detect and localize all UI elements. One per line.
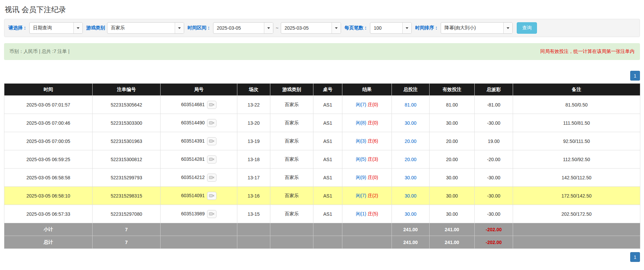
total-bet-link[interactable]: 30.00 (405, 120, 416, 126)
date-to-dropdown-button[interactable] (332, 23, 341, 33)
result-player: 闲(1) (356, 211, 366, 216)
page-1-button-bottom[interactable]: 1 (630, 252, 640, 262)
video-replay-icon[interactable] (207, 174, 216, 182)
round-id-text: 603514490 (181, 120, 205, 125)
page-size-combobox (370, 22, 412, 34)
sum-cell: -202.00 (475, 236, 513, 249)
game-type-label: 游戏类别 (86, 25, 105, 31)
date-from-input[interactable] (213, 23, 264, 33)
sum-cell (513, 236, 640, 249)
result-banker: 庄(0) (368, 102, 378, 107)
video-replay-icon[interactable] (207, 210, 216, 218)
sort-order-dropdown-button[interactable] (503, 23, 512, 33)
cell-bet-id: 522315303300 (93, 114, 161, 132)
cell-bet-id: 522315300812 (93, 150, 161, 169)
total-bet-link[interactable]: 81.00 (405, 102, 416, 108)
search-button[interactable]: 查询 (517, 22, 537, 34)
total-bet-link[interactable]: 30.00 (405, 211, 416, 217)
total-bet-link[interactable]: 30.00 (405, 175, 416, 180)
column-header: 结果 (342, 84, 392, 96)
cell-payout: -30.00 (475, 187, 513, 205)
round-id-text: 603514391 (181, 138, 205, 143)
cell-table-no: AS1 (313, 114, 342, 132)
date-from-dropdown-button[interactable] (264, 23, 273, 33)
cell-session: 13-18 (237, 150, 270, 169)
page-1-button-top[interactable]: 1 (630, 71, 640, 81)
cell-total-bet: 30.00 (392, 169, 430, 187)
cell-round-id: 603514212 (161, 169, 237, 187)
cell-game-type: 百家乐 (270, 169, 313, 187)
cell-payout: 19.00 (475, 132, 513, 150)
cell-time: 2025-03-05 06:58:58 (4, 169, 93, 187)
sum-cell (513, 223, 640, 236)
column-header: 局号 (161, 84, 237, 96)
cell-payout: -20.00 (475, 150, 513, 169)
game-type-dropdown-button[interactable] (175, 23, 184, 33)
page-size-input[interactable] (370, 23, 402, 33)
sum-cell: 241.00 (392, 236, 430, 249)
sum-cell (313, 223, 342, 236)
sum-cell: -202.00 (475, 223, 513, 236)
cell-remark: 111.50/81.50 (513, 114, 640, 132)
round-id-text: 603514681 (181, 101, 205, 107)
video-replay-icon[interactable] (207, 155, 216, 163)
cell-valid-bet: 30.00 (430, 205, 475, 223)
cell-result: 闲(1)庄(5) (342, 205, 392, 223)
cell-remark: 92.50/111.50 (513, 132, 640, 150)
sum-cell (270, 236, 313, 249)
cell-valid-bet: 30.00 (430, 114, 475, 132)
summary-notice: 同局有效投注，统一计算在该局第一张注单内 (540, 49, 635, 55)
game-type-input[interactable] (107, 23, 175, 33)
video-replay-icon[interactable] (207, 101, 216, 109)
cell-game-type: 百家乐 (270, 132, 313, 150)
round-id-text: 603513989 (181, 211, 205, 216)
select-type-label: 请选择： (8, 25, 27, 31)
cell-table-no: AS1 (313, 205, 342, 223)
cell-round-id: 603514681 (161, 96, 237, 114)
page-size-dropdown-button[interactable] (402, 23, 411, 33)
pagination-bottom: 1 (4, 252, 640, 262)
cell-time: 2025-03-05 07:00:05 (4, 132, 93, 150)
table-row: 2025-03-05 06:58:58 522315299793 6035142… (4, 169, 640, 187)
cell-result: 闲(9)庄(0) (342, 169, 392, 187)
cell-bet-id: 522315301963 (93, 132, 161, 150)
cell-valid-bet: 81.00 (430, 96, 475, 114)
video-replay-icon[interactable] (207, 137, 216, 145)
cell-result: 闲(8)庄(0) (342, 114, 392, 132)
date-to-input[interactable] (281, 23, 332, 33)
cell-payout: -81.00 (475, 96, 513, 114)
result-banker: 庄(0) (368, 120, 378, 125)
video-replay-icon[interactable] (207, 192, 216, 200)
cell-bet-id: 522315299793 (93, 169, 161, 187)
query-type-input[interactable] (30, 23, 73, 33)
cell-remark: 142.50/112.50 (513, 169, 640, 187)
sort-order-input[interactable] (441, 23, 503, 33)
cell-game-type: 百家乐 (270, 205, 313, 223)
round-id-text: 603514212 (181, 174, 205, 180)
result-banker: 庄(3) (368, 156, 378, 162)
video-replay-icon[interactable] (207, 119, 216, 127)
cell-game-type: 百家乐 (270, 150, 313, 169)
column-header: 注单编号 (93, 84, 161, 96)
column-header: 场次 (237, 84, 270, 96)
cell-result: 闲(7)庄(2) (342, 187, 392, 205)
total-bet-link[interactable]: 30.00 (405, 193, 416, 199)
page: 视讯 会员下注纪录 请选择： 游戏类别 时间区间： ~ 每页笔数： 时间排序： (0, 0, 644, 262)
cell-table-no: AS1 (313, 96, 342, 114)
query-type-dropdown-button[interactable] (73, 23, 82, 33)
query-type-combobox (29, 22, 83, 34)
sum-label: 总计 (4, 236, 93, 249)
column-header: 时间 (4, 84, 93, 96)
sum-cell: 7 (93, 236, 161, 249)
result-player: 闲(3) (356, 138, 366, 144)
total-bet-link[interactable]: 20.00 (405, 139, 416, 144)
table-row: 2025-03-05 07:00:05 522315301963 6035143… (4, 132, 640, 150)
date-range-separator: ~ (276, 25, 278, 31)
cell-remark: 81.50/0.50 (513, 96, 640, 114)
column-header: 总投注 (392, 84, 430, 96)
total-bet-link[interactable]: 20.00 (405, 157, 416, 162)
sum-cell (161, 223, 237, 236)
cell-round-id: 603514391 (161, 132, 237, 150)
cell-game-type: 百家乐 (270, 114, 313, 132)
sum-cell (342, 236, 392, 249)
